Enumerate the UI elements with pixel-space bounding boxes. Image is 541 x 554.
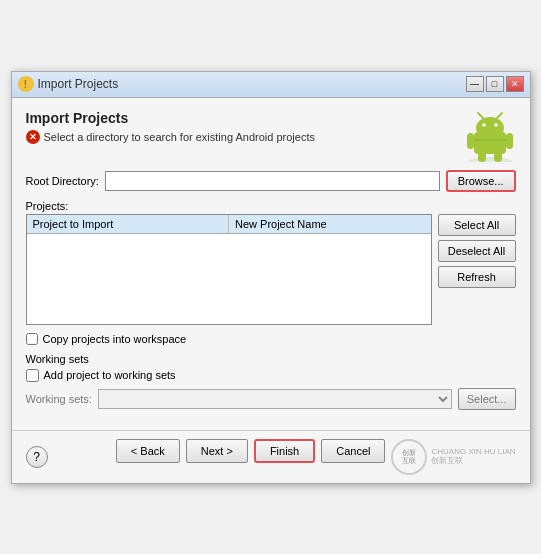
svg-point-3	[482, 123, 486, 127]
svg-point-0	[468, 157, 512, 162]
window-icon: !	[18, 76, 34, 92]
watermark-logo: 创新互联	[391, 439, 427, 475]
add-working-sets-label: Add project to working sets	[44, 369, 176, 381]
close-button[interactable]: ✕	[506, 76, 524, 92]
dialog-subtitle: ✕ Select a directory to search for exist…	[26, 130, 315, 144]
working-sets-dropdown-row: Working sets: Select...	[26, 388, 516, 410]
nav-buttons: < Back Next > Finish Cancel 创新互联 CHUANG …	[116, 439, 516, 475]
maximize-button[interactable]: □	[486, 76, 504, 92]
table-body	[27, 234, 431, 324]
title-bar-left: ! Import Projects	[18, 76, 119, 92]
refresh-button[interactable]: Refresh	[438, 266, 516, 288]
error-icon: ✕	[26, 130, 40, 144]
deselect-all-button[interactable]: Deselect All	[438, 240, 516, 262]
svg-rect-7	[467, 133, 474, 149]
watermark-text: CHUANG XIN HU LIAN 创新互联	[431, 448, 515, 466]
projects-table: Project to Import New Project Name	[26, 214, 432, 325]
root-dir-label: Root Directory:	[26, 175, 99, 187]
working-sets-title: Working sets	[26, 353, 516, 365]
projects-buttons: Select All Deselect All Refresh	[438, 214, 516, 325]
browse-button[interactable]: Browse...	[446, 170, 516, 192]
watermark-inner: 创新互联	[402, 449, 416, 464]
svg-rect-8	[506, 133, 513, 149]
select-all-button[interactable]: Select All	[438, 214, 516, 236]
projects-section: Projects: Project to Import New Project …	[26, 200, 516, 325]
svg-line-6	[497, 113, 502, 118]
window-title: Import Projects	[38, 77, 119, 91]
working-sets-dropdown-label: Working sets:	[26, 393, 92, 405]
cancel-button[interactable]: Cancel	[321, 439, 385, 463]
back-button[interactable]: < Back	[116, 439, 180, 463]
dialog-footer: ? < Back Next > Finish Cancel 创新互联 CHUAN…	[12, 430, 530, 483]
header-area: Import Projects ✕ Select a directory to …	[26, 110, 516, 162]
projects-label: Projects:	[26, 200, 516, 212]
root-dir-input[interactable]	[105, 171, 440, 191]
watermark: 创新互联 CHUANG XIN HU LIAN 创新互联	[391, 439, 515, 475]
projects-area: Project to Import New Project Name Selec…	[26, 214, 516, 325]
col-project-to-import: Project to Import	[27, 215, 230, 233]
title-bar: ! Import Projects — □ ✕	[12, 72, 530, 98]
svg-line-5	[478, 113, 483, 118]
add-working-sets-row: Add project to working sets	[26, 369, 516, 382]
watermark-line2: 创新互联	[431, 457, 515, 466]
next-button[interactable]: Next >	[186, 439, 248, 463]
subtitle-text: Select a directory to search for existin…	[44, 131, 315, 143]
svg-rect-9	[478, 152, 486, 162]
android-logo	[464, 110, 516, 162]
finish-button[interactable]: Finish	[254, 439, 315, 463]
help-button[interactable]: ?	[26, 446, 48, 468]
dialog-content: Import Projects ✕ Select a directory to …	[12, 98, 530, 430]
working-sets-select-button[interactable]: Select...	[458, 388, 516, 410]
copy-checkbox[interactable]	[26, 333, 38, 345]
copy-checkbox-row: Copy projects into workspace	[26, 333, 516, 345]
copy-checkbox-label: Copy projects into workspace	[43, 333, 187, 345]
import-projects-dialog: ! Import Projects — □ ✕ Import Projects …	[11, 71, 531, 484]
svg-point-2	[476, 117, 504, 139]
working-sets-section: Working sets Add project to working sets…	[26, 353, 516, 410]
col-new-project-name: New Project Name	[229, 215, 431, 233]
table-header: Project to Import New Project Name	[27, 215, 431, 234]
svg-rect-10	[494, 152, 502, 162]
dialog-title: Import Projects	[26, 110, 315, 126]
header-left: Import Projects ✕ Select a directory to …	[26, 110, 315, 144]
add-working-sets-checkbox[interactable]	[26, 369, 39, 382]
minimize-button[interactable]: —	[466, 76, 484, 92]
svg-point-4	[494, 123, 498, 127]
title-controls: — □ ✕	[466, 76, 524, 92]
working-sets-dropdown[interactable]	[98, 389, 452, 409]
root-directory-row: Root Directory: Browse...	[26, 170, 516, 192]
